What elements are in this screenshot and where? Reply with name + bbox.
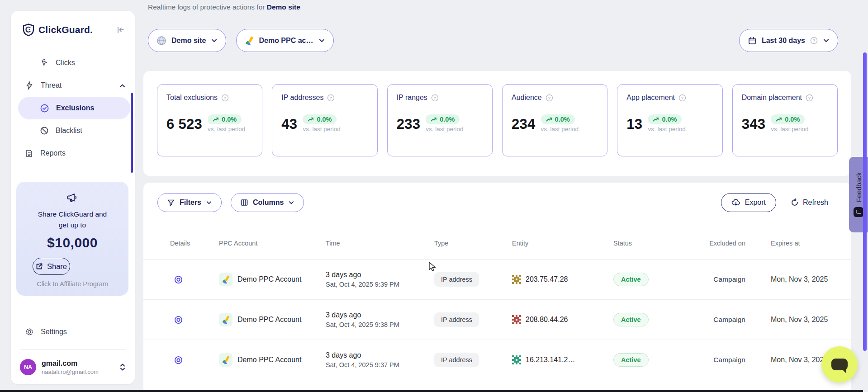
badge-check-icon (40, 104, 49, 113)
page-subtitle: Realtime logs of protective actions for … (148, 3, 300, 11)
stat-value: 13 (626, 116, 642, 132)
filters-button[interactable]: Filters (157, 193, 222, 212)
stat-card: App placement ? 13 0.0% (617, 84, 722, 156)
promo-text: Share ClickGuard andget up to (23, 209, 122, 231)
help-icon[interactable]: ? (678, 94, 686, 102)
sidebar-scrollbar[interactable] (131, 93, 133, 173)
sidebar-item-blacklist[interactable]: Blacklist (11, 119, 135, 142)
chevron-down-icon (288, 199, 294, 206)
columns-icon (240, 198, 248, 207)
stat-caption: vs. last period (648, 126, 685, 132)
account-switcher[interactable]: NA gmail.com naatali.ro@gmail.com (11, 356, 135, 384)
help-icon[interactable]: ? (431, 94, 439, 102)
chevron-down-icon (823, 37, 830, 44)
columns-button[interactable]: Columns (231, 193, 304, 212)
col-type: Type (434, 240, 512, 247)
svg-text:?: ? (808, 95, 811, 100)
external-link-icon (36, 263, 43, 270)
svg-text:?: ? (330, 95, 332, 100)
help-icon[interactable]: ? (545, 94, 553, 102)
sidebar-nav: Clicks Threat Exclusi (11, 52, 135, 165)
sidebar-item-exclusions[interactable]: Exclusions (18, 97, 130, 119)
stat-caption: vs. last period (771, 126, 808, 132)
stat-value: 233 (397, 116, 421, 132)
chevron-down-icon (211, 37, 218, 44)
chevron-down-icon (318, 37, 325, 44)
stat-card: IP addresses ? 43 0.0% v (272, 84, 377, 156)
chat-launcher-button[interactable] (821, 346, 858, 383)
stat-label: Audience (512, 94, 542, 102)
logo-row: ClickGuard. (11, 11, 135, 40)
exclusions-table-panel: Filters Columns (143, 183, 851, 392)
trend-up-icon (546, 117, 552, 122)
refresh-button[interactable]: Refresh (788, 198, 831, 207)
trend-up-icon (213, 117, 219, 122)
gear-icon (25, 327, 34, 336)
stat-card: Total exclusions ? 6 523 0.0% (157, 84, 262, 156)
sidebar-item-clicks[interactable]: Clicks (11, 52, 135, 74)
table-row[interactable]: Demo PPC Account Demo PPC Account 3 days… (143, 260, 851, 300)
promo-footnote: Click to Affiliate Program (23, 280, 122, 288)
stats-panel: Total exclusions ? 6 523 0.0% (143, 71, 851, 176)
svg-text:?: ? (224, 95, 227, 100)
type-cell: IP address (434, 272, 512, 287)
unfold-icon (119, 363, 126, 371)
view-details-button[interactable]: Demo PPC Account (170, 355, 219, 365)
sidebar-item-label: Blacklist (56, 127, 82, 135)
details-eye-icon (174, 315, 219, 325)
export-button[interactable]: Export (721, 193, 776, 212)
table-row[interactable]: Demo PPC Account Demo PPC Account 3 days… (143, 340, 851, 380)
view-details-button[interactable]: Demo PPC Account (170, 315, 219, 325)
stat-card: Domain placement ? 343 0.0% (732, 84, 838, 156)
share-button[interactable]: Share (33, 258, 70, 275)
status-cell: Active (613, 353, 702, 367)
clickguard-logo-icon (23, 24, 34, 36)
status-badge: Active (613, 353, 649, 367)
stat-delta-badge: 0.0% (303, 114, 337, 124)
ppc-selector-value: Demo PPC ac… (259, 37, 313, 45)
type-cell: IP address (434, 353, 512, 367)
entity-identicon (512, 315, 521, 324)
site-selector-value: Demo site (171, 37, 206, 45)
chevron-down-icon (206, 199, 212, 206)
stat-caption: vs. last period (208, 126, 245, 132)
trend-up-icon (653, 117, 659, 122)
stat-delta-badge: 0.0% (426, 114, 460, 124)
table-body: Demo PPC Account Demo PPC Account 3 days… (143, 260, 851, 392)
stat-caption: vs. last period (541, 126, 579, 132)
entity-cell: 203.75.47.28 (512, 275, 613, 284)
help-icon[interactable]: ? (327, 94, 335, 102)
status-badge: Active (613, 273, 649, 286)
site-selector[interactable]: Demo site (148, 29, 226, 52)
stat-label: App placement (626, 94, 675, 102)
col-entity: Entity (512, 240, 613, 247)
svg-text:?: ? (548, 95, 550, 100)
chat-bubble-icon (831, 359, 848, 370)
account-name: gmail.com (42, 359, 99, 368)
stat-card: Audience ? 234 0.0% vs. (502, 84, 607, 156)
stat-label: Domain placement (742, 94, 802, 102)
page-scrollbar[interactable] (863, 52, 867, 351)
help-icon[interactable]: ? (806, 94, 813, 102)
status-cell: Active (613, 313, 702, 326)
ppc-account-selector[interactable]: Demo PPC ac… (236, 29, 333, 52)
svg-text:?: ? (813, 38, 816, 43)
collapse-sidebar-icon[interactable] (116, 25, 125, 34)
table-header-row: Details PPC Account Time Type Entity Sta… (143, 227, 851, 260)
status-cell: Active (613, 273, 702, 286)
sidebar-item-threat[interactable]: Threat (11, 74, 135, 97)
entity-identicon (512, 275, 521, 284)
table-toolbar: Filters Columns (143, 183, 851, 212)
sidebar-item-settings[interactable]: Settings (11, 321, 135, 343)
ban-icon (40, 126, 49, 135)
sidebar-item-reports[interactable]: Reports (11, 142, 135, 165)
view-details-button[interactable]: Demo PPC Account (170, 275, 219, 284)
date-range-selector[interactable]: Last 30 days ? (739, 29, 838, 52)
table-row[interactable]: Demo PPC Account Demo PPC Account 3 days… (143, 300, 851, 340)
help-icon[interactable]: ? (221, 94, 229, 102)
affiliate-promo-card[interactable]: Share ClickGuard andget up to $10,000 Sh… (16, 182, 128, 296)
subtitle-site-name: Demo site (267, 3, 300, 11)
logo-text: ClickGuard. (38, 24, 93, 35)
sidebar-item-label: Exclusions (56, 104, 94, 112)
stat-value: 6 523 (166, 116, 202, 132)
